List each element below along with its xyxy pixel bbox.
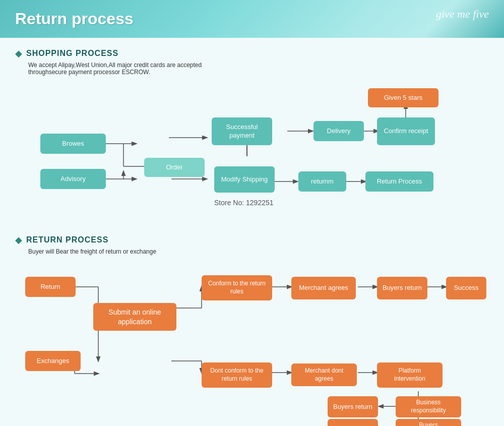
box-advisory: Advisory bbox=[40, 169, 106, 189]
brand-text: give me five bbox=[436, 8, 489, 21]
main-content: ◆ SHOPPING PROCESS We accept Alipay,West… bbox=[0, 38, 504, 426]
box-confirm-receipt: Confirm receipt bbox=[377, 117, 435, 145]
box-browes: Browes bbox=[40, 134, 106, 154]
shopping-flow-diagram: Given 5 stars Browes Successful payment … bbox=[15, 83, 489, 229]
shopping-section-title: SHOPPING PROCESS bbox=[26, 49, 118, 58]
page-title: Return process bbox=[15, 10, 134, 28]
box-successful-payment: Successful payment bbox=[212, 117, 272, 145]
box-conform-return-rules: Conform to the return rules bbox=[202, 275, 272, 300]
box-buyers-return-2: Buyers return bbox=[328, 396, 378, 417]
box-given-5-stars: Given 5 stars bbox=[368, 88, 438, 107]
box-delivery: Delivery bbox=[313, 121, 364, 141]
diamond-icon-shopping: ◆ bbox=[15, 48, 22, 59]
box-exchanges: Exchanges bbox=[25, 351, 81, 371]
diamond-icon-return: ◆ bbox=[15, 234, 22, 246]
return-section-title: RETURN PROCESS bbox=[26, 235, 108, 245]
box-merchant-agrees: Merchant agrees bbox=[291, 277, 356, 299]
box-merchant-dont-agrees: Merchant dont agrees bbox=[291, 363, 357, 386]
shopping-desc: We accept Alipay,West Union,All major cr… bbox=[28, 62, 489, 76]
box-success: Success bbox=[446, 277, 486, 299]
return-flow-diagram: Return Submit an online application Exch… bbox=[15, 263, 489, 426]
shopping-section-header: ◆ SHOPPING PROCESS bbox=[15, 48, 489, 59]
box-return: Return bbox=[25, 277, 76, 297]
box-modify-shipping: Modify Shipping bbox=[214, 166, 275, 193]
box-buyers-return-1: Buyers return bbox=[377, 277, 427, 299]
box-returnm: returnm bbox=[298, 171, 346, 192]
box-order: Order bbox=[144, 158, 205, 177]
box-submit-online: Submit an online application bbox=[93, 303, 176, 331]
box-buyers-responsibility: Buyers responsibility bbox=[396, 419, 461, 426]
page-header: Return process give me five bbox=[0, 0, 504, 38]
store-number: Store No: 1292251 bbox=[214, 198, 274, 207]
return-desc: Buyer will Bear the freight of return or… bbox=[28, 248, 489, 255]
box-business-responsibility: Business responsibility bbox=[396, 396, 461, 417]
box-return-process: Return Process bbox=[365, 171, 433, 192]
return-section-header: ◆ RETURN PROCESS bbox=[15, 234, 489, 246]
box-failure: Failure bbox=[328, 419, 378, 426]
box-dont-conform-rules: Dont conform to the return rules bbox=[202, 362, 272, 388]
box-platform-intervention: Platform intervention bbox=[377, 362, 443, 388]
